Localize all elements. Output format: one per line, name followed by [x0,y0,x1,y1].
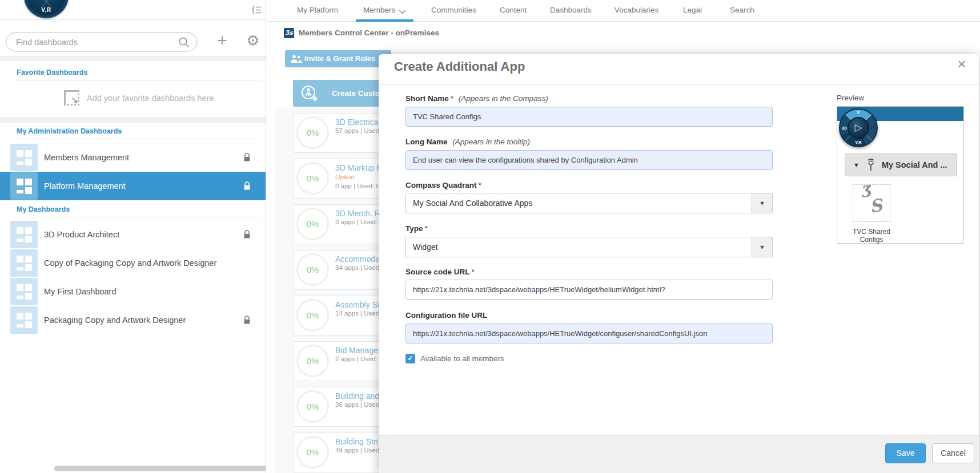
sidebar-separator-band [0,56,266,61]
dropdown-button[interactable]: ▼ [752,237,772,257]
nav-item-legal[interactable]: Legal [683,0,702,21]
section-divider [15,139,261,139]
active-tab-underline [356,19,413,22]
preview-label: Preview [837,94,864,102]
sidebar-horizontal-scrollbar[interactable] [54,466,266,471]
role-progress: 0% [296,162,329,195]
sidebar-item-label: Platform Management [44,172,126,200]
type-label: Type* [405,224,428,233]
preview-quadrant-label: My Social And ... [882,160,947,169]
sidebar-separator-band [0,117,266,123]
section-divider [15,80,261,80]
role-title: Bid Manager [335,346,380,355]
sidebar: V,R + ⚙ Favorite Dashboards ↘ Add your f… [0,0,266,473]
role-progress: 0% [296,345,329,377]
sidebar-item-label: 3D Product Architect [44,220,119,249]
modal-title: Create Additional App [394,59,525,74]
arrow-se-icon: ↘ [71,95,78,105]
sidebar-collapse-button[interactable] [251,5,262,15]
long-name-input[interactable] [405,150,773,170]
sidebar-item-label: Packaging Copy and Artwork Designer [44,306,186,334]
search-icon[interactable] [178,37,190,50]
create-custom-icon [300,84,318,102]
preview-compass-icon: Ÿ 3D V,R ▷ [839,108,878,147]
dropdown-arrow-icon: ▼ [759,244,765,250]
sidebar-item-label: My First Dashboard [44,277,117,306]
dashboard-tile-icon [10,306,38,334]
compass-quadrant-select[interactable]: My Social And Collaborative Apps ▼ [405,193,773,213]
compass-3d-label: 3D [842,126,847,130]
invite-grant-roles-button[interactable]: Invite & Grant Roles [285,50,391,67]
compass-quadrant-value: My Social And Collaborative Apps [413,193,532,213]
modal-footer: Save Cancel [379,435,979,473]
close-button[interactable]: × [954,55,970,73]
compass-quadrant-label: Compass Quadrant* [405,181,481,189]
short-name-label: Short Name* (Appears in the Compass) [405,94,548,103]
dashboard-tile-icon [10,221,38,248]
nav-item-my-platform[interactable]: My Platform [297,0,338,21]
role-progress: 0% [296,208,329,240]
cancel-button[interactable]: Cancel [932,443,974,463]
nav-item-members[interactable]: Members [363,0,395,21]
dashboard-tile-icon [10,172,38,200]
lock-icon [243,316,251,327]
add-dashboard-button[interactable]: + [212,30,232,51]
section-my-dashboards: My Dashboards [17,205,70,213]
checkbox-check-icon: ✓ [407,354,413,362]
nav-item-vocabularies[interactable]: Vocabularies [614,0,658,21]
dropdown-arrow-icon: ▼ [759,200,765,207]
sidebar-top-divider [0,19,266,20]
nav-item-content[interactable]: Content [500,0,527,21]
role-option-badge: Option [335,173,355,180]
preview-app-tile: ƷS [853,184,890,222]
preview-app-caption: TVC Shared Configs [843,228,900,244]
available-checkbox[interactable]: ✓ [405,354,415,363]
short-name-input[interactable] [405,107,773,127]
gear-icon: ⚙ [246,32,259,49]
section-admin-dashboards: My Administration Dashboards [17,127,122,135]
find-dashboards-input[interactable] [16,33,176,51]
lock-icon [243,153,251,164]
preview-quadrant-button[interactable]: ▼ My Social And ... [845,153,957,176]
save-button[interactable]: Save [885,443,926,463]
source-url-input[interactable] [405,280,773,300]
dropdown-arrow-icon: ▼ [853,161,859,168]
lock-icon [243,230,251,241]
dropdown-button[interactable]: ▼ [752,193,772,213]
sidebar-item-copy-of-packaging-designer[interactable]: Copy of Packaging Copy and Artwork Desig… [0,249,266,277]
invite-grant-roles-label: Invite & Grant Roles [304,54,375,63]
app-icon-3ds: Ʒs [284,28,294,38]
sidebar-item-3d-product-architect[interactable]: 3D Product Architect [0,220,266,249]
compass-vr-label: V,R [840,140,877,144]
available-checkbox-label: Available to all members [420,354,504,363]
plus-icon: + [217,31,227,50]
role-progress: 0% [296,253,329,286]
antenna-icon [865,158,877,172]
sidebar-item-label: Copy of Packaging Copy and Artwork Desig… [44,249,216,277]
dashboard-settings-button[interactable]: ⚙ [243,30,263,51]
play-icon: ▷ [848,117,869,139]
nav-item-communities[interactable]: Communities [431,0,476,21]
nav-item-search[interactable]: Search [730,0,754,21]
long-name-label: Long Name (Appears in the tooltip) [405,138,530,146]
config-url-label: Configuration file URL [405,311,487,320]
type-select[interactable]: Widget ▼ [405,237,773,257]
sidebar-item-my-first-dashboard[interactable]: My First Dashboard [0,277,266,306]
role-progress: 0% [296,299,329,331]
compass-logo-label: V,R [25,7,67,13]
config-url-input[interactable] [405,324,773,343]
type-value: Widget [413,237,438,257]
role-progress: 0% [296,436,329,468]
sidebar-item-label: Members Management [44,143,129,172]
compass-antenna-glyph: Ÿ [840,110,877,115]
dashboard-tile-icon [10,278,38,305]
nav-item-dashboards[interactable]: Dashboards [550,0,592,21]
sidebar-item-members-management[interactable]: Members Management [0,143,266,172]
sidebar-item-packaging-designer[interactable]: Packaging Copy and Artwork Designer [0,306,266,334]
close-icon: × [957,55,966,72]
compass-logo[interactable]: V,R [24,0,69,18]
sidebar-item-platform-management[interactable]: Platform Management [0,172,266,200]
sidebar-collapse-icon [251,5,262,15]
preview-panel: Ÿ 3D V,R ▷ ▼ My Social And ... ƷS TVC Sh… [837,106,964,244]
dashboard-tile-icon [10,144,38,171]
